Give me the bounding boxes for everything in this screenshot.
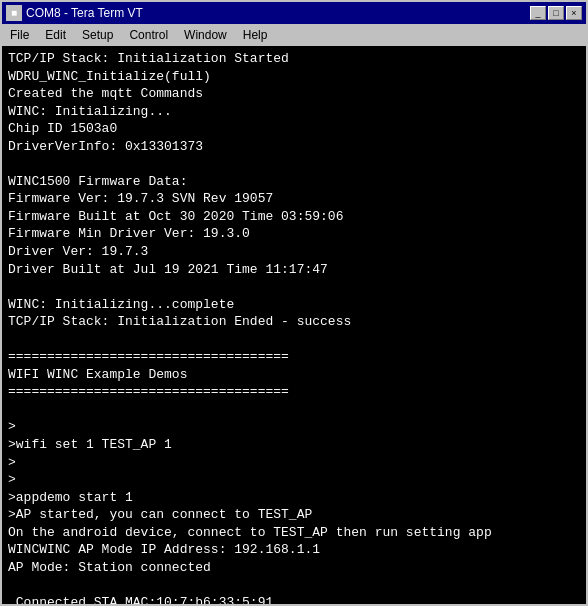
terminal-line: WINC: Initializing... (8, 103, 580, 121)
terminal-line: WIFI WINC Example Demos (8, 366, 580, 384)
terminal-line: On the android device, connect to TEST_A… (8, 524, 580, 542)
terminal-line (8, 576, 580, 594)
title-bar-buttons: _ □ × (530, 6, 582, 20)
terminal-line (8, 401, 580, 419)
window-title: COM8 - Tera Term VT (26, 6, 526, 20)
terminal-line: Firmware Ver: 19.7.3 SVN Rev 19057 (8, 190, 580, 208)
terminal-line (8, 331, 580, 349)
terminal-line: >appdemo start 1 (8, 489, 580, 507)
terminal-line: TCP/IP Stack: Initialization Started (8, 50, 580, 68)
terminal-line: ==================================== (8, 383, 580, 401)
maximize-button[interactable]: □ (548, 6, 564, 20)
close-button[interactable]: × (566, 6, 582, 20)
menu-setup[interactable]: Setup (78, 27, 117, 43)
terminal-line: Connected STA MAC:10:7:b6:33:5:91 (8, 594, 580, 604)
terminal-line: Created the mqtt Commands (8, 85, 580, 103)
terminal-line: >AP started, you can connect to TEST_AP (8, 506, 580, 524)
terminal-line: DriverVerInfo: 0x13301373 (8, 138, 580, 156)
menu-bar: File Edit Setup Control Window Help (2, 24, 586, 46)
main-window: ■ COM8 - Tera Term VT _ □ × File Edit Se… (0, 0, 588, 606)
terminal-line: WDRU_WINC_Initialize(full) (8, 68, 580, 86)
terminal-line: TCP/IP Stack: Initialization Ended - suc… (8, 313, 580, 331)
menu-window[interactable]: Window (180, 27, 231, 43)
menu-file[interactable]: File (6, 27, 33, 43)
menu-edit[interactable]: Edit (41, 27, 70, 43)
terminal-line: >wifi set 1 TEST_AP 1 (8, 436, 580, 454)
terminal-line: WINC: Initializing...complete (8, 296, 580, 314)
terminal-output[interactable]: TCP/IP Stack: Initialization StartedWDRU… (2, 46, 586, 604)
minimize-button[interactable]: _ (530, 6, 546, 20)
terminal-line: Chip ID 1503a0 (8, 120, 580, 138)
terminal-line: Firmware Min Driver Ver: 19.3.0 (8, 225, 580, 243)
terminal-line: Driver Ver: 19.7.3 (8, 243, 580, 261)
terminal-line: Driver Built at Jul 19 2021 Time 11:17:4… (8, 261, 580, 279)
terminal-line: > (8, 454, 580, 472)
menu-control[interactable]: Control (125, 27, 172, 43)
terminal-line: > (8, 418, 580, 436)
menu-help[interactable]: Help (239, 27, 272, 43)
terminal-line: ==================================== (8, 348, 580, 366)
terminal-line: WINCWINC AP Mode IP Address: 192.168.1.1 (8, 541, 580, 559)
window-icon: ■ (6, 5, 22, 21)
terminal-line (8, 155, 580, 173)
terminal-line: AP Mode: Station connected (8, 559, 580, 577)
terminal-line: WINC1500 Firmware Data: (8, 173, 580, 191)
title-bar: ■ COM8 - Tera Term VT _ □ × (2, 2, 586, 24)
terminal-line (8, 278, 580, 296)
terminal-line: > (8, 471, 580, 489)
window-icon-symbol: ■ (11, 8, 17, 19)
terminal-line: Firmware Built at Oct 30 2020 Time 03:59… (8, 208, 580, 226)
